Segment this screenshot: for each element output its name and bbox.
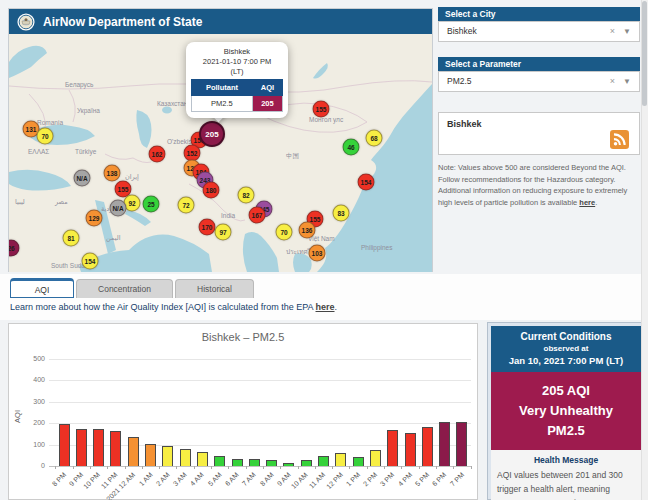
chart-gridline (49, 402, 471, 403)
aqi-marker[interactable]: 81 (63, 230, 80, 247)
chart-bar[interactable] (387, 430, 398, 466)
aqi-marker[interactable]: 83 (333, 205, 350, 222)
chart-x-tick (332, 466, 333, 469)
chart-bar[interactable] (335, 453, 346, 466)
chart-x-tick-label: 12 PM (325, 471, 344, 490)
map-place-label: Philippines (361, 244, 392, 251)
chart-x-tick (159, 466, 160, 469)
chart-x-tick (73, 466, 74, 469)
chart-bar[interactable] (266, 460, 277, 466)
aqi-marker[interactable]: 70 (276, 224, 293, 241)
tab-aqi[interactable]: AQI (10, 278, 74, 298)
chart-bar[interactable] (405, 433, 416, 466)
scrollbar[interactable] (641, 0, 648, 500)
aqi-marker[interactable]: 25 (143, 196, 160, 213)
aqi-marker[interactable]: 70 (37, 128, 54, 145)
aqi-marker[interactable]: 46 (343, 139, 360, 156)
chart-x-tick-label: 2 AM (155, 471, 171, 487)
chart-bar[interactable] (456, 422, 467, 466)
chart-bar[interactable] (353, 457, 364, 466)
chart-bar[interactable] (110, 431, 121, 466)
aqi-marker[interactable]: 72 (178, 197, 195, 214)
aqi-marker[interactable]: 136 (299, 222, 316, 239)
chart-bar[interactable] (232, 459, 243, 466)
tab-concentration[interactable]: Concentration (76, 279, 173, 298)
chart-bar[interactable] (145, 444, 156, 466)
chart-bar[interactable] (439, 422, 450, 466)
app-header: AirNow Department of State (9, 9, 432, 34)
learn-more-line: Learn more about how the Air Quality Ind… (10, 302, 337, 312)
chart-x-tick-label: 3 AM (172, 471, 188, 487)
map-place-label: 中国 (286, 152, 299, 161)
select-city-header: Select a City (438, 7, 640, 21)
chart-x-tick (315, 466, 316, 469)
chart-x-tick (263, 466, 264, 469)
aqi-marker[interactable]: 103 (309, 245, 326, 262)
chart-y-tick-label: 200 (19, 419, 45, 426)
chart-bar[interactable] (214, 456, 225, 466)
chart-bar[interactable] (76, 429, 87, 466)
rss-icon[interactable] (609, 130, 630, 149)
observed-datetime: Jan 10, 2021 7:00 PM (LT) (493, 355, 639, 366)
chart-x-tick-label: 1 PM (345, 471, 362, 488)
city-select[interactable]: Bishkek × ▼ (438, 21, 640, 42)
aqi-marker[interactable]: 26 (9, 240, 20, 257)
chart-y-tick-label: 400 (19, 376, 45, 383)
current-pollutant: PM2.5 (493, 421, 639, 441)
city-select-value: Bishkek (447, 26, 477, 36)
chart-x-tick (194, 466, 195, 469)
learn-more-here-link[interactable]: here (316, 302, 335, 312)
aqi-marker[interactable]: 129 (86, 210, 103, 227)
chart-bar[interactable] (197, 452, 208, 466)
map-place-label: Беларусь (65, 81, 93, 88)
aqi-marker[interactable]: N/A (74, 170, 91, 187)
chart-x-tick (401, 466, 402, 469)
aqi-marker[interactable]: 138 (104, 165, 121, 182)
aqi-marker[interactable]: 154 (82, 253, 99, 270)
chart-y-tick-label: 100 (19, 441, 45, 448)
chart-x-tick (90, 466, 91, 469)
aqi-marker[interactable]: 205 (199, 121, 225, 147)
chart-x-tick (107, 466, 108, 469)
popup-aqi-value: 205 (252, 96, 282, 112)
aqi-chart-panel: Bishkek – PM2.5 AQI 01002003004005008 PM… (8, 323, 478, 500)
chart-bar[interactable] (180, 449, 191, 466)
chart-x-tick (125, 466, 126, 469)
aqi-marker[interactable]: N/A (110, 200, 127, 217)
health-message-block: Health Message AQI values between 201 an… (491, 450, 641, 500)
aqi-marker[interactable]: 154 (358, 174, 375, 191)
aqi-marker[interactable]: 82 (238, 187, 255, 204)
chart-bar[interactable] (249, 459, 260, 466)
chart-bar[interactable] (128, 437, 139, 466)
aqi-marker[interactable]: 170 (199, 219, 216, 236)
chart-bar[interactable] (370, 450, 381, 466)
aqi-marker[interactable]: 180 (203, 182, 220, 199)
parameter-select-value: PM2.5 (447, 76, 472, 86)
chart-bar[interactable] (162, 446, 173, 466)
chart-x-tick (280, 466, 281, 469)
chart-x-tick-label: 2 PM (362, 471, 379, 488)
chart-x-tick-label: 6 AM (224, 471, 240, 487)
tab-historical[interactable]: Historical (175, 279, 254, 298)
chevron-down-icon[interactable]: ▼ (623, 72, 631, 91)
aqi-marker[interactable]: 68 (366, 130, 383, 147)
chart-bar[interactable] (283, 463, 294, 466)
note-here-link[interactable]: here (579, 198, 595, 207)
clear-icon[interactable]: × (610, 22, 615, 41)
aqi-marker[interactable]: 162 (149, 146, 166, 163)
chart-bar[interactable] (301, 460, 312, 466)
aqi-marker[interactable]: 97 (215, 224, 232, 241)
parameter-select[interactable]: PM2.5 × ▼ (438, 71, 640, 92)
chevron-down-icon[interactable]: ▼ (623, 22, 631, 41)
aqi-marker[interactable]: 155 (313, 101, 330, 118)
chart-bar[interactable] (93, 429, 104, 466)
popup-city: Bishkek (190, 47, 284, 57)
aqi-marker[interactable]: 167 (249, 207, 266, 224)
chart-bar[interactable] (59, 424, 70, 466)
chart-bar[interactable] (422, 427, 433, 466)
clear-icon[interactable]: × (610, 72, 615, 91)
aqi-map[interactable]: БеларусьУкраїнаRomaniaΕΛΛΑΣTürkiyeКазахс… (9, 34, 432, 272)
chart-bar[interactable] (318, 456, 329, 466)
select-parameter-header: Select a Parameter (438, 57, 640, 71)
scrollbar-thumb[interactable] (642, 1, 647, 106)
